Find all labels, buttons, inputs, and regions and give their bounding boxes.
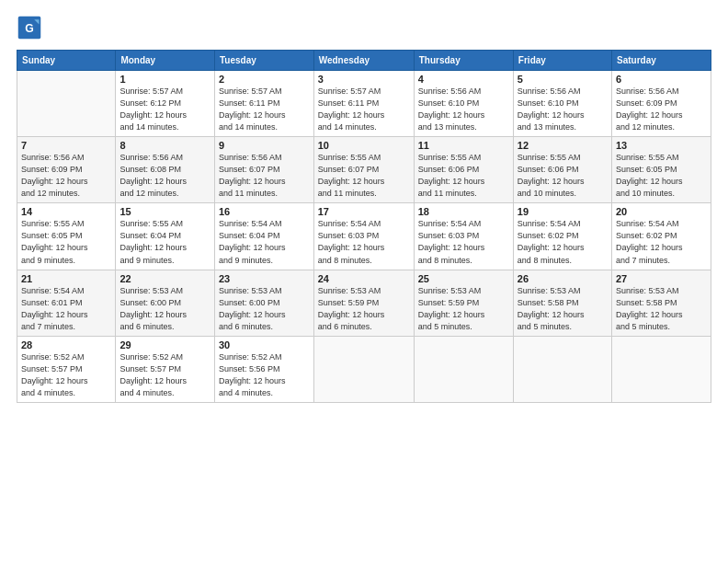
day-cell: 3Sunrise: 5:57 AM Sunset: 6:11 PM Daylig…	[313, 71, 414, 137]
day-number: 24	[318, 273, 410, 284]
day-number: 30	[219, 339, 310, 350]
day-cell: 29Sunrise: 5:52 AM Sunset: 5:57 PM Dayli…	[116, 336, 215, 402]
day-cell: 27Sunrise: 5:53 AM Sunset: 5:58 PM Dayli…	[612, 270, 711, 336]
logo: G	[17, 15, 46, 40]
day-cell: 30Sunrise: 5:52 AM Sunset: 5:56 PM Dayli…	[214, 336, 313, 402]
day-number: 3	[318, 74, 410, 85]
col-header-monday: Monday	[116, 51, 215, 71]
col-header-sunday: Sunday	[17, 51, 116, 71]
day-number: 12	[518, 140, 608, 151]
day-info: Sunrise: 5:53 AM Sunset: 5:58 PM Dayligh…	[616, 285, 707, 333]
week-row-2: 7Sunrise: 5:56 AM Sunset: 6:09 PM Daylig…	[17, 137, 711, 203]
day-cell: 24Sunrise: 5:53 AM Sunset: 5:59 PM Dayli…	[313, 270, 414, 336]
day-info: Sunrise: 5:54 AM Sunset: 6:01 PM Dayligh…	[21, 285, 111, 333]
day-cell: 9Sunrise: 5:56 AM Sunset: 6:07 PM Daylig…	[214, 137, 313, 203]
col-header-thursday: Thursday	[414, 51, 513, 71]
day-number: 17	[318, 206, 410, 217]
col-header-friday: Friday	[513, 51, 611, 71]
day-info: Sunrise: 5:54 AM Sunset: 6:03 PM Dayligh…	[418, 218, 509, 266]
day-cell: 14Sunrise: 5:55 AM Sunset: 6:05 PM Dayli…	[17, 203, 116, 270]
day-info: Sunrise: 5:53 AM Sunset: 5:58 PM Dayligh…	[518, 285, 608, 333]
day-number: 22	[119, 273, 210, 284]
col-header-saturday: Saturday	[612, 51, 711, 71]
day-number: 15	[119, 206, 210, 217]
day-info: Sunrise: 5:55 AM Sunset: 6:05 PM Dayligh…	[616, 152, 707, 200]
day-info: Sunrise: 5:55 AM Sunset: 6:04 PM Dayligh…	[119, 218, 210, 266]
day-number: 16	[219, 206, 310, 217]
day-cell: 4Sunrise: 5:56 AM Sunset: 6:10 PM Daylig…	[414, 71, 513, 137]
week-row-1: 1Sunrise: 5:57 AM Sunset: 6:12 PM Daylig…	[17, 71, 711, 137]
day-info: Sunrise: 5:57 AM Sunset: 6:11 PM Dayligh…	[219, 86, 310, 133]
day-info: Sunrise: 5:56 AM Sunset: 6:07 PM Dayligh…	[219, 152, 310, 200]
day-info: Sunrise: 5:57 AM Sunset: 6:12 PM Dayligh…	[119, 86, 210, 133]
day-cell: 21Sunrise: 5:54 AM Sunset: 6:01 PM Dayli…	[17, 270, 116, 336]
day-number: 23	[219, 273, 310, 284]
day-cell: 15Sunrise: 5:55 AM Sunset: 6:04 PM Dayli…	[116, 203, 215, 270]
day-cell	[513, 336, 611, 402]
day-info: Sunrise: 5:56 AM Sunset: 6:08 PM Dayligh…	[119, 152, 210, 200]
logo-icon: G	[17, 15, 42, 40]
day-number: 21	[21, 273, 111, 284]
day-info: Sunrise: 5:52 AM Sunset: 5:57 PM Dayligh…	[21, 351, 111, 399]
day-info: Sunrise: 5:53 AM Sunset: 6:00 PM Dayligh…	[219, 285, 310, 333]
header: G	[17, 15, 711, 40]
day-cell: 13Sunrise: 5:55 AM Sunset: 6:05 PM Dayli…	[612, 137, 711, 203]
day-number: 29	[119, 339, 210, 350]
day-number: 27	[616, 273, 707, 284]
day-number: 13	[616, 140, 707, 151]
day-info: Sunrise: 5:54 AM Sunset: 6:04 PM Dayligh…	[219, 218, 310, 266]
day-cell: 11Sunrise: 5:55 AM Sunset: 6:06 PM Dayli…	[414, 137, 513, 203]
day-number: 11	[418, 140, 509, 151]
day-number: 9	[219, 140, 310, 151]
day-info: Sunrise: 5:54 AM Sunset: 6:02 PM Dayligh…	[518, 218, 608, 266]
day-info: Sunrise: 5:53 AM Sunset: 5:59 PM Dayligh…	[418, 285, 509, 333]
day-info: Sunrise: 5:53 AM Sunset: 6:00 PM Dayligh…	[119, 285, 210, 333]
day-cell: 25Sunrise: 5:53 AM Sunset: 5:59 PM Dayli…	[414, 270, 513, 336]
day-cell: 20Sunrise: 5:54 AM Sunset: 6:02 PM Dayli…	[612, 203, 711, 270]
day-number: 19	[518, 206, 608, 217]
week-row-4: 21Sunrise: 5:54 AM Sunset: 6:01 PM Dayli…	[17, 270, 711, 336]
day-number: 26	[518, 273, 608, 284]
week-row-5: 28Sunrise: 5:52 AM Sunset: 5:57 PM Dayli…	[17, 336, 711, 402]
day-cell: 1Sunrise: 5:57 AM Sunset: 6:12 PM Daylig…	[116, 71, 215, 137]
svg-text:G: G	[25, 22, 34, 35]
day-number: 20	[616, 206, 707, 217]
day-number: 14	[21, 206, 111, 217]
day-cell: 12Sunrise: 5:55 AM Sunset: 6:06 PM Dayli…	[513, 137, 611, 203]
day-cell	[612, 336, 711, 402]
day-number: 8	[119, 140, 210, 151]
day-number: 1	[119, 74, 210, 85]
day-info: Sunrise: 5:53 AM Sunset: 5:59 PM Dayligh…	[318, 285, 410, 333]
col-header-tuesday: Tuesday	[214, 51, 313, 71]
day-cell: 10Sunrise: 5:55 AM Sunset: 6:07 PM Dayli…	[313, 137, 414, 203]
day-number: 6	[616, 74, 707, 85]
day-info: Sunrise: 5:57 AM Sunset: 6:11 PM Dayligh…	[318, 86, 410, 133]
day-info: Sunrise: 5:55 AM Sunset: 6:07 PM Dayligh…	[318, 152, 410, 200]
day-cell: 17Sunrise: 5:54 AM Sunset: 6:03 PM Dayli…	[313, 203, 414, 270]
day-cell	[17, 71, 116, 137]
day-number: 10	[318, 140, 410, 151]
day-cell: 8Sunrise: 5:56 AM Sunset: 6:08 PM Daylig…	[116, 137, 215, 203]
day-info: Sunrise: 5:55 AM Sunset: 6:06 PM Dayligh…	[518, 152, 608, 200]
day-number: 28	[21, 339, 111, 350]
day-info: Sunrise: 5:52 AM Sunset: 5:56 PM Dayligh…	[219, 351, 310, 399]
day-cell	[313, 336, 414, 402]
header-row: SundayMondayTuesdayWednesdayThursdayFrid…	[17, 51, 711, 71]
day-info: Sunrise: 5:54 AM Sunset: 6:02 PM Dayligh…	[616, 218, 707, 266]
day-cell: 23Sunrise: 5:53 AM Sunset: 6:00 PM Dayli…	[214, 270, 313, 336]
week-row-3: 14Sunrise: 5:55 AM Sunset: 6:05 PM Dayli…	[17, 203, 711, 270]
day-cell: 2Sunrise: 5:57 AM Sunset: 6:11 PM Daylig…	[214, 71, 313, 137]
day-info: Sunrise: 5:56 AM Sunset: 6:09 PM Dayligh…	[616, 86, 707, 133]
calendar-table: SundayMondayTuesdayWednesdayThursdayFrid…	[17, 50, 711, 403]
day-cell: 5Sunrise: 5:56 AM Sunset: 6:10 PM Daylig…	[513, 71, 611, 137]
day-number: 7	[21, 140, 111, 151]
day-cell: 18Sunrise: 5:54 AM Sunset: 6:03 PM Dayli…	[414, 203, 513, 270]
day-info: Sunrise: 5:56 AM Sunset: 6:10 PM Dayligh…	[418, 86, 509, 133]
day-cell: 26Sunrise: 5:53 AM Sunset: 5:58 PM Dayli…	[513, 270, 611, 336]
day-info: Sunrise: 5:56 AM Sunset: 6:09 PM Dayligh…	[21, 152, 111, 200]
day-cell: 16Sunrise: 5:54 AM Sunset: 6:04 PM Dayli…	[214, 203, 313, 270]
day-cell: 22Sunrise: 5:53 AM Sunset: 6:00 PM Dayli…	[116, 270, 215, 336]
day-number: 5	[518, 74, 608, 85]
day-info: Sunrise: 5:55 AM Sunset: 6:05 PM Dayligh…	[21, 218, 111, 266]
day-info: Sunrise: 5:52 AM Sunset: 5:57 PM Dayligh…	[119, 351, 210, 399]
